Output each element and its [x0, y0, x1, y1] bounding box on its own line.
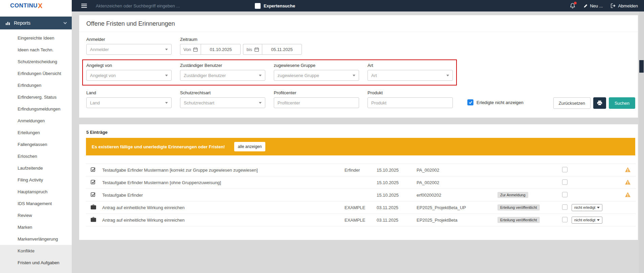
- sidebar-item[interactable]: Ideen nach Techn.: [0, 44, 72, 56]
- zustaendiger-benutzer-select[interactable]: Zuständiger Benutzer: [180, 70, 265, 81]
- angelegt-von-select[interactable]: Angelegt von: [86, 70, 172, 81]
- row-checkbox[interactable]: [562, 179, 568, 185]
- sidebar-item[interactable]: Erfindungen: [0, 79, 72, 91]
- anmelder-label: Anmelder: [86, 37, 172, 42]
- status-badge: Zur Anmeldung: [497, 192, 528, 198]
- sidebar-item[interactable]: Hauptanspruch: [0, 186, 72, 198]
- erledigte-filter-label: Erledigte nicht anzeigen: [476, 100, 524, 105]
- table-row[interactable]: Antrag auf einheitliche Wirkung einreich…: [86, 214, 636, 226]
- land-select[interactable]: Land: [86, 97, 172, 108]
- row-checkbox[interactable]: [562, 192, 568, 197]
- task-icon: [91, 167, 96, 172]
- von-addon: Von: [180, 44, 201, 55]
- scrollbar-track[interactable]: [639, 11, 644, 273]
- row-checkbox[interactable]: [562, 217, 568, 222]
- briefcase-icon: [91, 217, 96, 222]
- logout-icon: [611, 3, 616, 8]
- schutzrechtsart-label: Schutzrechtsart: [180, 90, 265, 95]
- warning-icon: [625, 192, 631, 197]
- anmelder-select[interactable]: Anmelder: [86, 44, 172, 55]
- expert-search-label: Expertensuche: [264, 3, 295, 8]
- entry-action-cell: nicht erledigt: [572, 204, 625, 211]
- entry-title[interactable]: Testaufgabe Erfinder: [102, 193, 345, 198]
- sidebar-item[interactable]: Konflikte: [0, 245, 72, 257]
- sidebar-item[interactable]: Eingereichte Ideen: [0, 32, 72, 44]
- sidebar-item[interactable]: Laufzeitende: [0, 162, 72, 174]
- entry-reference: EP2025_ProjektBeta_UP: [417, 205, 497, 210]
- scrollbar-thumb[interactable]: [639, 60, 644, 73]
- show-all-button[interactable]: alle anzeigen: [234, 142, 266, 151]
- sidebar-item[interactable]: IDS Management: [0, 198, 72, 209]
- row-checkbox[interactable]: [562, 167, 568, 172]
- sidebar-item[interactable]: Marken: [0, 221, 72, 233]
- warning-banner: Es existieren fällige und unerledigte Er…: [86, 138, 635, 155]
- menu-toggle-icon[interactable]: [81, 4, 87, 8]
- app-logo[interactable]: CONTINUX: [0, 0, 72, 11]
- sidebar-item[interactable]: Fallengelassen: [0, 139, 72, 150]
- entry-title[interactable]: Antrag auf einheitliche Wirkung einreich…: [102, 205, 345, 210]
- caret-down-icon: [165, 75, 168, 76]
- entry-reference: PA_002002: [417, 168, 497, 173]
- schutzrechtsart-select[interactable]: Schutzrechtsart: [180, 97, 265, 108]
- global-search-input[interactable]: [95, 3, 241, 9]
- date-from-input[interactable]: [201, 44, 241, 55]
- status-dropdown[interactable]: nicht erledigt: [572, 204, 602, 211]
- sidebar-item[interactable]: Erfindungen Übersicht: [0, 68, 72, 79]
- caret-down-icon: [446, 75, 449, 76]
- art-select[interactable]: Art: [368, 70, 453, 81]
- sidebar-item[interactable]: Anmeldungen: [0, 115, 72, 127]
- expert-search-toggle[interactable]: Expertensuche: [255, 3, 295, 9]
- zugewiesene-gruppe-label: zugewiesene Gruppe: [274, 63, 359, 68]
- sidebar-item[interactable]: Fristen und Aufgaben: [0, 257, 72, 269]
- entries-table: Testaufgabe Erfinder Mustermann [korrekt…: [86, 164, 636, 226]
- entry-date: 15.10.2025: [377, 180, 417, 185]
- row-type-icon-cell: [91, 167, 102, 173]
- table-row[interactable]: Testaufgabe Erfinder Mustermann [korrekt…: [86, 164, 636, 176]
- reset-button[interactable]: Zurücksetzen: [553, 97, 591, 109]
- sidebar-item[interactable]: Review: [0, 209, 72, 221]
- print-button[interactable]: [593, 97, 606, 109]
- sidebar-item[interactable]: Erloschen: [0, 150, 72, 162]
- new-entry-button[interactable]: Neu ...: [583, 3, 603, 8]
- entry-title[interactable]: Testaufgabe Erfinder Mustermann [ohne Gr…: [102, 180, 345, 185]
- table-row[interactable]: Antrag auf einheitliche Wirkung einreich…: [86, 201, 636, 214]
- entry-badge-cell: Erteilung veröffentlicht: [497, 217, 562, 223]
- app-header: CONTINUX Expertensuche Neu ... Abmelden: [0, 0, 644, 11]
- caret-down-icon: [259, 102, 262, 104]
- sidebar-item[interactable]: Schutzentscheidung: [0, 56, 72, 68]
- table-row[interactable]: Testaufgabe Erfinder Mustermann [ohne Gr…: [86, 176, 636, 189]
- search-button[interactable]: Suchen: [609, 97, 635, 109]
- sidebar-item[interactable]: Kosten: [0, 269, 72, 273]
- expert-search-checkbox[interactable]: [255, 3, 261, 9]
- entry-title[interactable]: Testaufgabe Erfinder Mustermann [korrekt…: [102, 168, 345, 173]
- date-to-input[interactable]: [262, 44, 302, 55]
- zugewiesene-gruppe-select[interactable]: zugewiesene Gruppe: [274, 70, 359, 81]
- logout-button[interactable]: Abmelden: [611, 3, 638, 8]
- profitcenter-input[interactable]: [274, 97, 359, 108]
- sidebar-item[interactable]: Erteilungen: [0, 127, 72, 139]
- warning-banner-text: Es existieren fällige und unerledigte Er…: [92, 144, 225, 149]
- sidebar-item[interactable]: Erfindungsmeldungen: [0, 103, 72, 115]
- sidebar-section-reports[interactable]: Reports: [0, 17, 72, 29]
- erledigte-filter-checkbox[interactable]: Erledigte nicht anzeigen: [467, 99, 524, 105]
- entry-checkbox-cell: [562, 192, 572, 198]
- chevron-down-icon: [64, 21, 67, 24]
- sidebar-item[interactable]: Markenverlängerung: [0, 233, 72, 245]
- entry-title[interactable]: Antrag auf einheitliche Wirkung einreich…: [102, 218, 345, 223]
- caret-down-icon: [259, 75, 262, 76]
- results-card: 5 Einträge Es existieren fällige und une…: [79, 124, 638, 240]
- task-icon: [91, 192, 96, 197]
- sidebar-item[interactable]: Erfinderverg. Status: [0, 91, 72, 103]
- notifications-button[interactable]: [570, 3, 575, 9]
- produkt-input[interactable]: [368, 97, 453, 108]
- calendar-icon: [193, 47, 198, 52]
- sidebar-item[interactable]: Filing Activity: [0, 174, 72, 186]
- caret-down-icon: [597, 219, 600, 221]
- checkbox-checked-icon[interactable]: [467, 99, 473, 105]
- entry-reference: erf00200202: [417, 193, 497, 198]
- status-dropdown[interactable]: nicht erledigt: [572, 217, 602, 224]
- caret-down-icon: [597, 207, 600, 208]
- table-row[interactable]: Testaufgabe Erfinder 15.10.2025 erf00200…: [86, 189, 636, 201]
- row-checkbox[interactable]: [562, 204, 568, 210]
- task-icon: [91, 179, 96, 184]
